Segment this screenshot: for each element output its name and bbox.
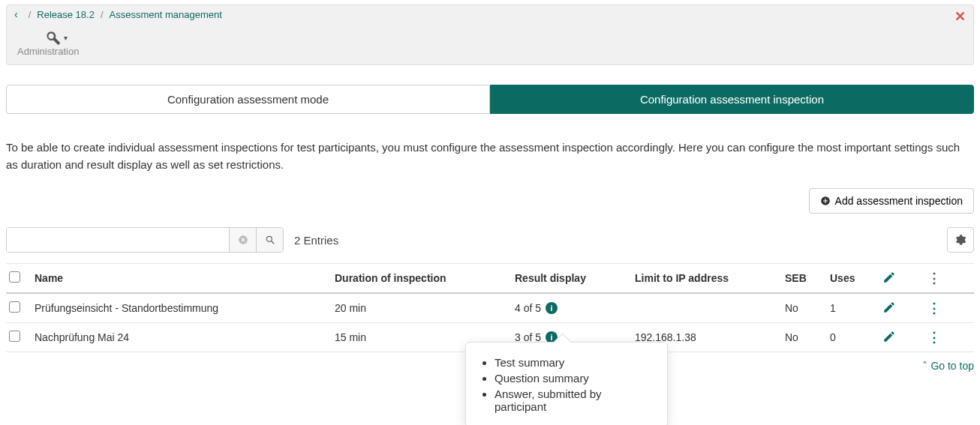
clear-search-button[interactable] (229, 228, 256, 252)
toolbar: 2 Entries (6, 227, 974, 253)
search-group (6, 227, 284, 253)
cell-name: Prüfungseinsicht - Standortbestimmung (35, 302, 335, 314)
plus-circle-icon (820, 196, 831, 206)
table-header: Name Duration of inspection Result displ… (6, 263, 974, 294)
wrench-icon (44, 29, 61, 46)
search-icon (265, 235, 275, 245)
row-checkbox[interactable] (9, 331, 20, 342)
popover-item: Test summary (495, 356, 652, 369)
go-to-top-link[interactable]: ˄ Go to top (922, 360, 974, 372)
col-result[interactable]: Result display (515, 272, 635, 284)
breadcrumb: ‹ / Release 18.2 / Assessment management… (7, 5, 973, 23)
clear-icon (238, 235, 248, 245)
result-text: 4 of 5 (515, 302, 541, 314)
admin-label: Administration (17, 46, 963, 57)
inspection-table: Name Duration of inspection Result displ… (6, 263, 974, 352)
table-settings-button[interactable] (947, 227, 974, 253)
chevron-down-icon: ▾ (64, 34, 68, 42)
tabs: Configuration assessment mode Configurat… (6, 85, 974, 114)
tab-config-inspection[interactable]: Configuration assessment inspection (490, 85, 974, 114)
breadcrumb-release[interactable]: Release 18.2 (37, 9, 95, 20)
col-edit-icon (882, 271, 927, 286)
close-icon[interactable]: ✕ (954, 8, 966, 25)
svg-point-2 (266, 236, 272, 241)
row-more-button[interactable]: ⋮ (927, 300, 957, 316)
intro-text: To be able to create individual assessme… (6, 139, 974, 173)
result-display-popover: Test summary Question summary Answer, su… (465, 342, 668, 372)
chevron-up-icon: ˄ (922, 360, 927, 372)
cell-seb: No (785, 302, 830, 314)
tab-config-mode[interactable]: Configuration assessment mode (6, 85, 490, 114)
add-inspection-label: Add assessment inspection (835, 195, 963, 207)
admin-block: ▾ Administration (7, 23, 973, 64)
cell-result: 4 of 5 i (515, 302, 635, 314)
breadcrumb-back-icon[interactable]: ‹ (14, 8, 18, 20)
table-row: Prüfungseinsicht - Standortbestimmung 20… (6, 294, 974, 323)
col-seb[interactable]: SEB (785, 272, 830, 284)
cell-name: Nachprüfung Mai 24 (35, 331, 335, 343)
col-name[interactable]: Name (35, 272, 335, 284)
cell-uses: 1 (830, 302, 882, 314)
breadcrumb-sep: / (101, 9, 104, 20)
search-input[interactable] (7, 228, 229, 252)
cell-uses: 0 (830, 331, 882, 343)
breadcrumb-current[interactable]: Assessment management (110, 9, 222, 20)
add-inspection-button[interactable]: Add assessment inspection (809, 188, 974, 214)
col-uses[interactable]: Uses (830, 272, 882, 284)
col-ip[interactable]: Limit to IP address (635, 272, 785, 284)
cell-duration: 20 min (335, 302, 515, 314)
col-more-icon[interactable]: ⋮ (927, 270, 957, 286)
search-button[interactable] (256, 228, 283, 252)
admin-dropdown[interactable]: ▾ (17, 29, 963, 46)
go-to-top-label: Go to top (930, 360, 974, 372)
edit-row-button[interactable] (882, 330, 927, 346)
col-duration[interactable]: Duration of inspection (335, 272, 515, 284)
breadcrumb-sep: / (29, 9, 32, 20)
gear-icon (954, 234, 966, 246)
svg-line-3 (271, 241, 274, 244)
edit-row-button[interactable] (882, 301, 927, 316)
cell-seb: No (785, 331, 830, 343)
row-more-button[interactable]: ⋮ (927, 329, 957, 346)
entries-count: 2 Entries (294, 234, 338, 247)
info-icon[interactable]: i (546, 302, 558, 314)
select-all-checkbox[interactable] (9, 271, 20, 283)
header-bar: ‹ / Release 18.2 / Assessment management… (6, 4, 974, 65)
row-checkbox[interactable] (9, 301, 20, 313)
